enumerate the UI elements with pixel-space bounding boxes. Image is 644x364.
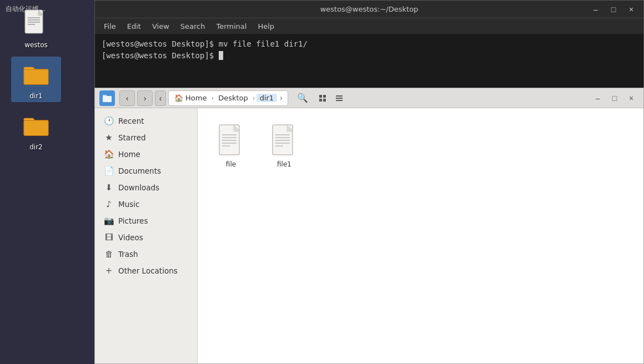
svg-rect-13	[336, 95, 343, 97]
sidebar-item-trash[interactable]: 🗑 Trash	[95, 246, 197, 262]
terminal-menu-terminal[interactable]: Terminal	[212, 21, 251, 32]
westos-label: westos	[24, 41, 48, 49]
sidebar-item-videos-label: Videos	[118, 233, 143, 242]
file-icon-file1	[271, 124, 298, 157]
sidebar-item-trash-label: Trash	[118, 250, 138, 259]
sidebar-item-starred[interactable]: ★ Starred	[95, 129, 197, 146]
terminal-titlebar: westos@westos:~/Desktop – □ ×	[95, 1, 643, 18]
terminal-maximize-btn[interactable]: □	[606, 3, 621, 16]
desktop-icon-area: westos dir1 dir2	[0, 0, 72, 364]
svg-rect-11	[319, 99, 322, 102]
fm-sep-2: ›	[251, 94, 256, 102]
svg-rect-12	[323, 99, 326, 102]
sidebar-item-starred-label: Starred	[118, 133, 146, 142]
svg-rect-14	[336, 98, 343, 99]
svg-rect-8	[103, 96, 112, 102]
fm-up-btn[interactable]: ‹	[155, 90, 166, 106]
pictures-icon: 📷	[104, 216, 114, 226]
fm-window-controls: – □ ×	[590, 92, 639, 105]
fm-grid-view-btn[interactable]	[315, 90, 330, 106]
dir1-label: dir1	[29, 92, 43, 100]
terminal-prompt-2: [westos@westos Desktop]$	[102, 51, 219, 60]
sidebar-item-home-label: Home	[118, 150, 140, 159]
terminal-line-2: [westos@westos Desktop]$	[102, 50, 637, 62]
desktop-icon-dir2[interactable]: dir2	[11, 108, 61, 153]
sidebar-item-videos[interactable]: 🎞 Videos	[95, 229, 197, 246]
desktop-icon-westos[interactable]: westos	[11, 6, 61, 51]
fm-back-btn[interactable]: ‹	[119, 90, 135, 106]
terminal-menu-view[interactable]: View	[148, 21, 174, 32]
terminal-close-btn[interactable]: ×	[623, 3, 639, 16]
svg-rect-6	[24, 69, 48, 85]
sidebar-item-documents-label: Documents	[118, 166, 161, 175]
sidebar-item-recent-label: Recent	[118, 117, 144, 125]
sidebar-item-home[interactable]: 🏠 Home	[95, 146, 197, 163]
desktop: 自动化运维... westos	[0, 0, 644, 364]
filemanager-window: ‹ › ‹ 🏠 Home › Desktop › dir1	[94, 88, 644, 364]
fm-search-btn[interactable]: 🔍	[295, 90, 310, 106]
sidebar-item-downloads[interactable]: ⬇ Downloads	[95, 179, 197, 196]
dir2-label: dir2	[29, 143, 43, 151]
file-label-file1: file1	[277, 160, 291, 168]
terminal-menu-edit[interactable]: Edit	[123, 21, 145, 32]
videos-icon: 🎞	[104, 232, 114, 242]
terminal-line-1: [westos@westos Desktop]$ mv file file1 d…	[102, 38, 637, 50]
file-item-file1[interactable]: file1	[262, 119, 306, 173]
fm-home-icon: 🏠	[174, 94, 183, 102]
fm-nav-area: ‹ › ‹ 🏠 Home › Desktop › dir1	[99, 90, 586, 106]
terminal-body[interactable]: [westos@westos Desktop]$ mv file file1 d…	[95, 34, 643, 66]
recent-icon: 🕐	[104, 116, 114, 126]
sidebar-item-recent[interactable]: 🕐 Recent	[95, 113, 197, 129]
sidebar-item-other-locations[interactable]: + Other Locations	[95, 262, 197, 279]
terminal-menubar: File Edit View Search Terminal Help	[95, 18, 643, 34]
terminal-menu-file[interactable]: File	[99, 21, 120, 32]
fm-sep-1: ›	[210, 94, 215, 102]
file-item-file[interactable]: file	[209, 119, 253, 173]
sidebar-item-documents[interactable]: 📄 Documents	[95, 163, 197, 179]
fm-breadcrumb-arrow: ›	[277, 93, 285, 103]
fm-breadcrumb-desktop-label: Desktop	[218, 94, 248, 102]
fm-app-icon	[99, 90, 115, 106]
filemanager-body: 🕐 Recent ★ Starred 🏠 Home 📄 Documents ⬇	[95, 108, 643, 363]
sidebar-item-other-locations-label: Other Locations	[118, 266, 178, 275]
fm-close-btn[interactable]: ×	[623, 92, 639, 105]
svg-rect-15	[336, 100, 343, 101]
terminal-cursor	[219, 51, 223, 60]
fm-sidebar: 🕐 Recent ★ Starred 🏠 Home 📄 Documents ⬇	[95, 108, 198, 363]
fm-list-view-btn[interactable]	[331, 90, 347, 106]
svg-rect-9	[319, 95, 322, 98]
svg-rect-10	[323, 95, 326, 98]
sidebar-item-music-label: Music	[118, 200, 139, 209]
terminal-title: westos@westos:~/Desktop	[320, 5, 419, 13]
sidebar-item-pictures-label: Pictures	[118, 216, 148, 225]
fm-breadcrumb-desktop[interactable]: Desktop	[215, 94, 251, 102]
svg-rect-7	[24, 120, 48, 136]
file-label-file: file	[226, 160, 236, 168]
desktop-icon-dir1[interactable]: dir1	[11, 57, 61, 102]
fm-view-buttons	[315, 90, 347, 106]
sidebar-item-pictures[interactable]: 📷 Pictures	[95, 213, 197, 229]
fm-breadcrumb-dir1-label: dir1	[260, 94, 274, 102]
other-locations-icon: +	[104, 266, 114, 276]
file-icon-file	[218, 124, 244, 157]
sidebar-item-downloads-label: Downloads	[118, 183, 159, 192]
trash-icon: 🗑	[104, 249, 114, 259]
terminal-menu-help[interactable]: Help	[253, 21, 279, 32]
filemanager-titlebar: ‹ › ‹ 🏠 Home › Desktop › dir1	[95, 88, 643, 108]
terminal-controls: – □ ×	[588, 3, 639, 16]
documents-icon: 📄	[104, 166, 114, 176]
terminal-window: westos@westos:~/Desktop – □ × File Edit …	[94, 0, 644, 89]
music-icon: ♪	[104, 199, 114, 209]
fm-minimize-btn[interactable]: –	[590, 92, 606, 105]
terminal-menu-search[interactable]: Search	[176, 21, 210, 32]
fm-breadcrumb-home[interactable]: 🏠 Home	[171, 94, 210, 102]
fm-breadcrumb: 🏠 Home › Desktop › dir1 ›	[168, 90, 288, 106]
fm-file-area: file file	[198, 108, 643, 363]
fm-breadcrumb-home-label: Home	[185, 94, 207, 102]
fm-breadcrumb-dir1[interactable]: dir1	[256, 94, 277, 102]
fm-maximize-btn[interactable]: □	[607, 92, 622, 105]
sidebar-item-music[interactable]: ♪ Music	[95, 196, 197, 213]
terminal-minimize-btn[interactable]: –	[588, 3, 603, 16]
westos-file-icon	[23, 8, 49, 39]
fm-forward-btn[interactable]: ›	[137, 90, 153, 106]
